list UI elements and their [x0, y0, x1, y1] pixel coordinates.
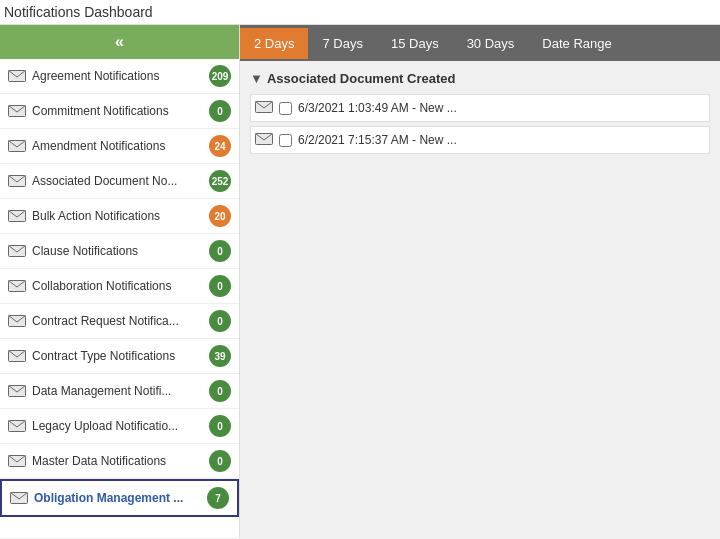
- doc-label: 6/3/2021 1:03:49 AM - New ...: [298, 101, 457, 115]
- mail-icon: [8, 350, 26, 362]
- tab-30days[interactable]: 30 Days: [453, 28, 529, 59]
- sidebar-item-label: Data Management Notifi...: [32, 384, 205, 398]
- sidebar-item-label: Legacy Upload Notificatio...: [32, 419, 205, 433]
- mail-icon: [8, 385, 26, 397]
- sidebar-item-label: Obligation Management ...: [34, 491, 203, 505]
- mail-icon: [8, 315, 26, 327]
- sidebar-item-label: Clause Notifications: [32, 244, 205, 258]
- notification-badge: 7: [207, 487, 229, 509]
- document-item-doc2[interactable]: 6/2/2021 7:15:37 AM - New ...: [250, 126, 710, 154]
- mail-icon: [8, 245, 26, 257]
- notification-badge: 0: [209, 415, 231, 437]
- sidebar-item-agreement[interactable]: Agreement Notifications 209: [0, 59, 239, 94]
- sidebar-item-label: Bulk Action Notifications: [32, 209, 205, 223]
- mail-icon: [8, 455, 26, 467]
- mail-icon: [8, 105, 26, 117]
- doc-label: 6/2/2021 7:15:37 AM - New ...: [298, 133, 457, 147]
- sidebar-item-bulk-action[interactable]: Bulk Action Notifications 20: [0, 199, 239, 234]
- mail-icon: [8, 210, 26, 222]
- document-list: 6/3/2021 1:03:49 AM - New ... 6/2/2021 7…: [250, 94, 710, 154]
- sidebar-item-amendment[interactable]: Amendment Notifications 24: [0, 129, 239, 164]
- sidebar-item-label: Contract Type Notifications: [32, 349, 205, 363]
- right-panel: 2 Days7 Days15 Days30 DaysDate Range ▼ A…: [240, 25, 720, 538]
- tabs-container: 2 Days7 Days15 Days30 DaysDate Range: [240, 28, 626, 59]
- notification-badge: 0: [209, 380, 231, 402]
- sidebar-item-label: Contract Request Notifica...: [32, 314, 205, 328]
- sidebar-item-data-management[interactable]: Data Management Notifi... 0: [0, 374, 239, 409]
- sidebar-item-label: Associated Document No...: [32, 174, 205, 188]
- mail-icon: [8, 420, 26, 432]
- sidebar-item-obligation[interactable]: Obligation Management ... 7: [0, 479, 239, 517]
- sidebar: « Agreement Notifications 209 Commitment…: [0, 25, 240, 538]
- notification-badge: 0: [209, 240, 231, 262]
- sidebar-item-label: Amendment Notifications: [32, 139, 205, 153]
- notification-badge: 0: [209, 450, 231, 472]
- sidebar-item-label: Commitment Notifications: [32, 104, 205, 118]
- document-item-doc1[interactable]: 6/3/2021 1:03:49 AM - New ...: [250, 94, 710, 122]
- sidebar-item-legacy-upload[interactable]: Legacy Upload Notificatio... 0: [0, 409, 239, 444]
- mail-icon: [8, 175, 26, 187]
- tab-daterange[interactable]: Date Range: [528, 28, 625, 59]
- notification-badge: 0: [209, 310, 231, 332]
- tab-15days[interactable]: 15 Days: [377, 28, 453, 59]
- content-area: « Agreement Notifications 209 Commitment…: [0, 25, 720, 538]
- tabs-bar: 2 Days7 Days15 Days30 DaysDate Range: [240, 25, 720, 61]
- sidebar-items-container: Agreement Notifications 209 Commitment N…: [0, 59, 239, 517]
- notification-badge: 0: [209, 275, 231, 297]
- sidebar-item-label: Agreement Notifications: [32, 69, 205, 83]
- notification-badge: 39: [209, 345, 231, 367]
- notification-badge: 252: [209, 170, 231, 192]
- notification-badge: 209: [209, 65, 231, 87]
- sidebar-item-commitment[interactable]: Commitment Notifications 0: [0, 94, 239, 129]
- tab-2days[interactable]: 2 Days: [240, 28, 308, 59]
- sidebar-item-associated-doc[interactable]: Associated Document No... 252: [0, 164, 239, 199]
- mail-icon: [8, 140, 26, 152]
- sidebar-item-collaboration[interactable]: Collaboration Notifications 0: [0, 269, 239, 304]
- doc-checkbox[interactable]: [279, 134, 292, 147]
- notification-badge: 24: [209, 135, 231, 157]
- doc-mail-icon: [255, 133, 273, 147]
- section-header: ▼ Associated Document Created: [250, 71, 710, 86]
- sidebar-item-master-data[interactable]: Master Data Notifications 0: [0, 444, 239, 479]
- doc-mail-icon: [255, 101, 273, 115]
- sidebar-collapse-button[interactable]: «: [0, 25, 239, 59]
- notification-badge: 0: [209, 100, 231, 122]
- collapse-icon: «: [115, 33, 124, 51]
- main-container: « Agreement Notifications 209 Commitment…: [0, 25, 720, 538]
- sidebar-item-contract-type[interactable]: Contract Type Notifications 39: [0, 339, 239, 374]
- mail-icon: [10, 492, 28, 504]
- sidebar-item-label: Master Data Notifications: [32, 454, 205, 468]
- notification-badge: 20: [209, 205, 231, 227]
- mail-icon: [8, 70, 26, 82]
- tab-7days[interactable]: 7 Days: [308, 28, 376, 59]
- mail-icon: [8, 280, 26, 292]
- doc-checkbox[interactable]: [279, 102, 292, 115]
- sidebar-item-label: Collaboration Notifications: [32, 279, 205, 293]
- sidebar-item-clause[interactable]: Clause Notifications 0: [0, 234, 239, 269]
- content-panel: ▼ Associated Document Created 6/3/2021 1…: [240, 61, 720, 538]
- page-title: Notifications Dashboard: [0, 0, 720, 25]
- expand-triangle-icon: ▼: [250, 71, 263, 86]
- section-title: Associated Document Created: [267, 71, 456, 86]
- sidebar-item-contract-request[interactable]: Contract Request Notifica... 0: [0, 304, 239, 339]
